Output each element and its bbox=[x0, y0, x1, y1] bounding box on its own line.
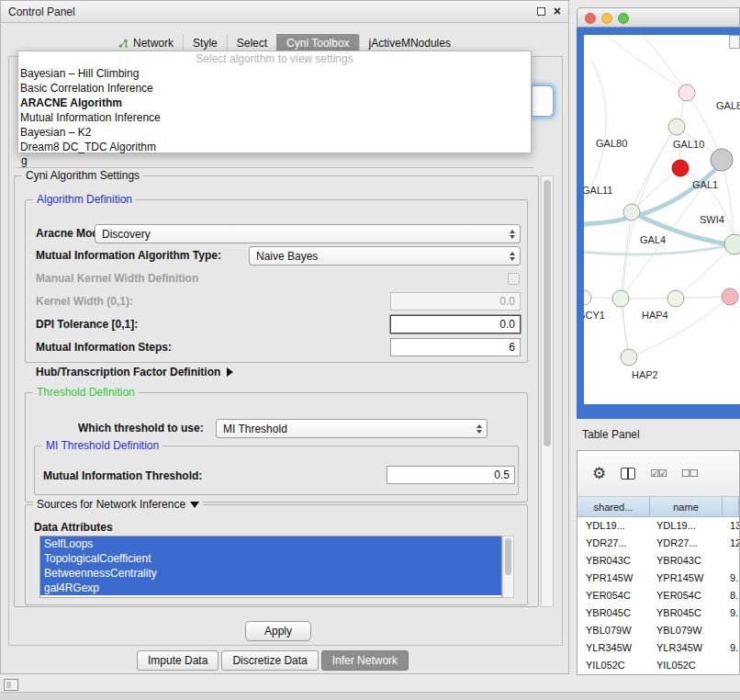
network-node[interactable] bbox=[621, 349, 637, 366]
table-cell: YLR345W bbox=[650, 639, 723, 657]
tab-jactivemnodules[interactable]: jActiveMNodules bbox=[359, 34, 460, 52]
scrollbar-thumb[interactable] bbox=[544, 180, 551, 446]
node-label-hap2: HAP2 bbox=[632, 369, 658, 380]
mi-threshold-input[interactable] bbox=[387, 466, 515, 484]
bottom-tab-discretize-data[interactable]: Discretize Data bbox=[221, 650, 318, 671]
network-node[interactable] bbox=[668, 119, 685, 135]
collapsed-panel-icon[interactable] bbox=[4, 679, 18, 691]
column-browser-icon[interactable] bbox=[621, 468, 635, 480]
divider bbox=[17, 167, 533, 168]
network-node[interactable] bbox=[724, 234, 740, 254]
algorithm-option-basic-correlation-inference[interactable]: Basic Correlation Inference bbox=[18, 81, 531, 96]
table-cell: YIL052C bbox=[577, 657, 650, 674]
table-row[interactable]: YER054CYER054C8. bbox=[577, 587, 739, 604]
table-row[interactable]: YLR345WYLR345W9. bbox=[577, 639, 739, 657]
data-attributes-list[interactable]: SelfLoopsTopologicalCoefficientBetweenne… bbox=[39, 536, 502, 598]
tab-label: Network bbox=[133, 37, 174, 50]
table-cell: YBR043C bbox=[650, 552, 723, 570]
macos-zoom-button[interactable] bbox=[618, 13, 629, 24]
network-node[interactable] bbox=[623, 204, 640, 220]
mi-steps-input[interactable] bbox=[390, 338, 521, 356]
settings-scrollbar[interactable] bbox=[541, 175, 554, 607]
algorithm-option-dream8-dc-tdc-algorithm[interactable]: Dream8 DC_TDC Algorithm bbox=[18, 140, 531, 154]
algorithm-option-bayesian-k2[interactable]: Bayesian – K2 bbox=[18, 125, 531, 140]
window-title: Control Panel bbox=[8, 6, 75, 18]
tab-network[interactable]: Network bbox=[109, 34, 183, 52]
network-node[interactable] bbox=[612, 290, 629, 307]
attribute-item-topologicalcoefficient[interactable]: TopologicalCoefficient bbox=[40, 551, 501, 566]
algorithm-option-mutual-information-inference[interactable]: Mutual Information Inference bbox=[18, 110, 531, 125]
column-header-2[interactable] bbox=[723, 497, 739, 517]
table-row[interactable]: YPR145WYPR145W9. bbox=[577, 570, 739, 587]
table-cell: YBL079W bbox=[650, 622, 723, 639]
apply-button[interactable]: Apply bbox=[245, 621, 311, 641]
which-threshold-label: Which threshold to use: bbox=[78, 422, 204, 435]
dpi-tolerance-input[interactable] bbox=[390, 315, 521, 333]
scrollbar-thumb[interactable] bbox=[505, 538, 511, 575]
control-panel-titlebar[interactable]: Control Panel × bbox=[1, 1, 568, 23]
hub-transcription-factor-section[interactable]: Hub/Transcription Factor Definition bbox=[36, 366, 233, 378]
tab-label: Style bbox=[193, 37, 218, 50]
aracne-mode-value: Discovery bbox=[102, 228, 151, 241]
manual-kernel-width-checkbox[interactable] bbox=[508, 273, 520, 285]
column-header-shared[interactable]: shared... bbox=[577, 497, 650, 517]
table-cell: 9. bbox=[723, 639, 739, 657]
attribute-item-betweennesscentrality[interactable]: BetweennessCentrality bbox=[40, 566, 501, 581]
table-row[interactable]: YDL19...YDL19...13 bbox=[577, 517, 739, 535]
algorithm-option-aracne-algorithm[interactable]: ARACNE Algorithm bbox=[18, 96, 531, 110]
table-cell: 9. bbox=[723, 604, 739, 622]
tab-label: Select bbox=[237, 37, 267, 50]
node-label-hap4: HAP4 bbox=[642, 310, 668, 321]
algorithm-option-bayesian-hill-climbing[interactable]: Bayesian – Hill Climbing bbox=[18, 66, 531, 81]
close-window-icon[interactable]: × bbox=[554, 6, 561, 17]
mi-algorithm-type-label: Mutual Information Algorithm Type: bbox=[36, 249, 221, 262]
collapse-arrow-icon[interactable] bbox=[190, 502, 199, 508]
table-row[interactable]: YDR27...YDR27...12 bbox=[577, 535, 739, 552]
algorithm-combobox-fragment[interactable] bbox=[532, 85, 554, 117]
apply-button-label: Apply bbox=[264, 625, 292, 638]
kernel-width-input[interactable] bbox=[390, 292, 521, 310]
network-canvas-svg[interactable]: GAL8GAL80GAL10GAL11GAL1SWI4GAL4GCY1HAP4H… bbox=[584, 35, 740, 404]
table-cell: YBR043C bbox=[577, 552, 650, 570]
network-node[interactable] bbox=[667, 290, 684, 307]
table-cell: 9. bbox=[723, 570, 739, 587]
network-node[interactable] bbox=[711, 149, 733, 171]
deselect-all-icon[interactable]: ☐☐ bbox=[681, 468, 698, 480]
expand-arrow-icon[interactable] bbox=[227, 367, 233, 377]
tab-style[interactable]: Style bbox=[183, 34, 227, 52]
bottom-tab-impute-data[interactable]: Impute Data bbox=[137, 650, 219, 671]
gear-icon[interactable]: ⚙ bbox=[592, 464, 606, 483]
network-node[interactable] bbox=[584, 290, 591, 305]
table-cell: YPR145W bbox=[650, 570, 723, 587]
group-title: MI Threshold Definition bbox=[42, 439, 163, 452]
network-window-titlebar[interactable] bbox=[577, 7, 740, 28]
table-row[interactable]: YBR045CYBR045C9. bbox=[577, 604, 739, 622]
network-node[interactable] bbox=[722, 288, 738, 305]
table-cell: YBR045C bbox=[650, 604, 723, 622]
threshold-type-select[interactable]: MI Threshold bbox=[216, 419, 488, 438]
network-node[interactable] bbox=[678, 85, 695, 101]
network-node[interactable] bbox=[672, 160, 689, 176]
network-edge bbox=[722, 160, 734, 244]
bottom-tab-infer-network[interactable]: Infer Network bbox=[321, 650, 409, 671]
float-window-icon[interactable] bbox=[537, 7, 545, 16]
network-canvas[interactable]: GAL8GAL80GAL10GAL11GAL1SWI4GAL4GCY1HAP4H… bbox=[584, 35, 740, 404]
macos-minimize-button[interactable] bbox=[601, 13, 612, 24]
macos-close-button[interactable] bbox=[585, 13, 596, 24]
table-row[interactable]: YBR043CYBR043C bbox=[577, 552, 739, 570]
mi-algorithm-type-select[interactable]: Naive Bayes bbox=[249, 246, 521, 265]
tab-cyni-toolbox[interactable]: Cyni Toolbox bbox=[276, 34, 358, 52]
control-panel-window: Control Panel × NetworkStyleSelectCyni T… bbox=[0, 0, 569, 674]
attribute-item-gal4rgexp[interactable]: gal4RGexp bbox=[40, 581, 501, 595]
attribute-item-selfloops[interactable]: SelfLoops bbox=[40, 536, 501, 551]
table-cell: YLR345W bbox=[577, 639, 650, 657]
select-all-icon[interactable]: ☑☑ bbox=[650, 468, 667, 480]
tab-select[interactable]: Select bbox=[227, 34, 276, 52]
attributes-scrollbar[interactable] bbox=[502, 536, 514, 598]
group-title: Algorithm Definition bbox=[33, 193, 136, 206]
manual-kernel-width-label: Manual Kernel Width Definition bbox=[36, 272, 198, 285]
aracne-mode-select[interactable]: Discovery bbox=[95, 224, 521, 243]
table-row[interactable]: YBL079WYBL079W bbox=[577, 622, 739, 639]
column-header-name[interactable]: name bbox=[650, 497, 723, 517]
table-row[interactable]: YIL052CYIL052C bbox=[577, 657, 739, 674]
